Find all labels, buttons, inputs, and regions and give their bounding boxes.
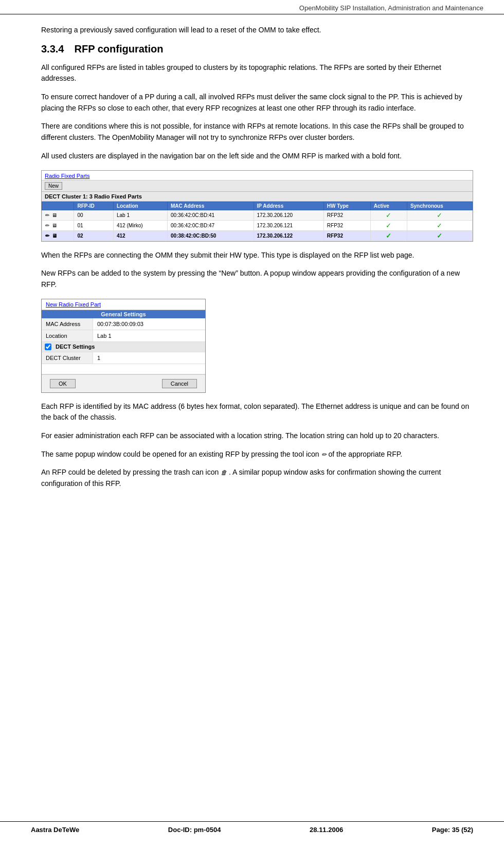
active-check: ✓	[386, 211, 391, 219]
paragraph-9: The same popup window could be opened fo…	[41, 449, 473, 460]
pencil-icon[interactable]: ✏	[45, 223, 49, 228]
dect-settings-header: DECT Settings	[56, 344, 95, 350]
table-row: ✏ 🖥 01 412 (Mirko) 00:36:42:0C:BD:47 172…	[42, 220, 473, 230]
paragraph-8: For easier administration each RFP can b…	[41, 430, 473, 442]
row-sync: ✓	[407, 220, 472, 230]
row-tools: ✏ 🖥	[42, 220, 74, 230]
row-sync: ✓	[407, 210, 472, 220]
location-label: Location	[42, 330, 93, 341]
row-active: ✓	[370, 220, 407, 230]
row-mac: 00:36:42:0C:BD:41	[168, 210, 254, 220]
dect-settings-checkbox[interactable]	[45, 344, 51, 350]
paragraph-9b-text: of the appropriate RFP.	[328, 450, 402, 458]
row-mac: 00:36:42:0C:BD:47	[168, 220, 254, 230]
monitor-icon: 🖥	[52, 233, 57, 239]
general-settings-header: General Settings	[42, 310, 205, 318]
footer-page: Page: 35 (52)	[432, 826, 473, 834]
col-rfp-id: RFP-ID	[74, 202, 114, 210]
new-rfp-popup: New Radio Fixed Part General Settings MA…	[41, 299, 206, 393]
row-mac: 00:38:42:0C:BD:50	[168, 230, 254, 241]
header-title: OpenMobility SIP Installation, Administr…	[299, 4, 483, 12]
pencil-icon: ✏	[321, 451, 327, 458]
sync-check: ✓	[437, 232, 442, 240]
rfp-cluster-label: DECT Cluster 1: 3 Radio Fixed Parts	[42, 192, 473, 202]
paragraph-5: When the RFPs are connecting the OMM the…	[41, 250, 473, 261]
rfp-inner-table: RFP-ID Location MAC Address IP Address H…	[42, 202, 473, 241]
dect-cluster-value: 1	[93, 353, 205, 363]
col-hw: HW Type	[323, 202, 370, 210]
location-value: Lab 1	[93, 331, 205, 340]
row-hw: RFP32	[323, 210, 370, 220]
dect-cluster-label: DECT Cluster	[42, 352, 93, 364]
trash-icon: 🗑	[221, 469, 227, 476]
col-ip: IP Address	[254, 202, 323, 210]
col-location: Location	[113, 202, 167, 210]
rfp-table-widget: Radio Fixed Parts New DECT Cluster 1: 3 …	[41, 170, 473, 242]
rfp-table-toolbar: New	[42, 181, 473, 192]
pencil-icon[interactable]: ✏	[45, 212, 49, 218]
location-row: Location Lab 1	[42, 330, 205, 342]
active-check: ✓	[386, 222, 391, 229]
paragraph-6: New RFPs can be added to the system by p…	[41, 268, 473, 290]
popup-footer: OK Cancel	[42, 374, 205, 392]
page-header: OpenMobility SIP Installation, Administr…	[0, 0, 504, 14]
rfp-new-button[interactable]: New	[45, 182, 62, 190]
page-footer: Aastra DeTeWe Doc-ID: pm-0504 28.11.2006…	[0, 821, 504, 838]
monitor-icon: 🖥	[52, 212, 57, 218]
footer-doc-id: Doc-ID: pm-0504	[168, 826, 221, 834]
paragraph-9-text: The same popup window could be opened fo…	[41, 450, 319, 458]
ok-button[interactable]: OK	[50, 379, 76, 388]
popup-title: New Radio Fixed Part	[42, 299, 205, 310]
section-number: 3.3.4	[41, 43, 64, 55]
row-ip: 172.30.206.122	[254, 230, 323, 241]
intro-paragraph: Restoring a previously saved configurati…	[41, 25, 473, 36]
footer-company: Aastra DeTeWe	[31, 826, 79, 834]
pencil-icon[interactable]: ✏	[45, 233, 49, 239]
table-row: ✏ 🖥 02 412 00:38:42:0C:BD:50 172.30.206.…	[42, 230, 473, 241]
sync-check: ✓	[437, 211, 442, 219]
rfp-table-title: Radio Fixed Parts	[42, 171, 473, 181]
row-rfp-id: 00	[74, 210, 114, 220]
paragraph-3: There are conditions where this is not p…	[41, 121, 473, 143]
row-tools: ✏ 🖥	[42, 230, 74, 241]
paragraph-10: An RFP could be deleted by pressing the …	[41, 467, 473, 489]
dect-cluster-row: DECT Cluster 1	[42, 352, 205, 364]
paragraph-10-start: An RFP could be deleted by pressing the …	[41, 468, 219, 476]
footer-date: 28.11.2006	[310, 826, 343, 834]
row-active: ✓	[370, 210, 407, 220]
dect-settings-checkbox-row: DECT Settings	[42, 342, 205, 352]
section-title: RFP configuration	[74, 43, 163, 55]
active-check: ✓	[386, 232, 391, 240]
main-content: Restoring a previously saved configurati…	[0, 14, 504, 507]
row-location: Lab 1	[113, 210, 167, 220]
col-sync: Synchronous	[407, 202, 472, 210]
mac-value: 00:07:3B:00:09:03	[93, 319, 205, 329]
row-sync: ✓	[407, 230, 472, 241]
paragraph-2: To ensure correct handover of a PP durin…	[41, 92, 473, 114]
row-location: 412	[113, 230, 167, 241]
row-rfp-id: 01	[74, 220, 114, 230]
mac-address-row: MAC Address 00:07:3B:00:09:03	[42, 318, 205, 330]
col-tools	[42, 202, 74, 210]
rfp-table-header-row: RFP-ID Location MAC Address IP Address H…	[42, 202, 473, 210]
mac-label: MAC Address	[42, 318, 93, 330]
row-tools: ✏ 🖥	[42, 210, 74, 220]
paragraph-4: All used clusters are displayed in the n…	[41, 151, 473, 162]
paragraph-7: Each RFP is identified by its MAC addres…	[41, 401, 473, 423]
row-active: ✓	[370, 230, 407, 241]
row-hw: RFP32	[323, 230, 370, 241]
section-heading: 3.3.4 RFP configuration	[41, 43, 473, 55]
monitor-icon: 🖥	[52, 223, 57, 228]
row-hw: RFP32	[323, 220, 370, 230]
row-location: 412 (Mirko)	[113, 220, 167, 230]
row-ip: 172.30.206.121	[254, 220, 323, 230]
sync-check: ✓	[437, 222, 442, 229]
paragraph-1: All configured RFPs are listed in tables…	[41, 62, 473, 84]
row-ip: 172.30.206.120	[254, 210, 323, 220]
col-mac: MAC Address	[168, 202, 254, 210]
row-rfp-id: 02	[74, 230, 114, 241]
table-row: ✏ 🖥 00 Lab 1 00:36:42:0C:BD:41 172.30.20…	[42, 210, 473, 220]
cancel-button[interactable]: Cancel	[162, 379, 197, 388]
col-active: Active	[370, 202, 407, 210]
